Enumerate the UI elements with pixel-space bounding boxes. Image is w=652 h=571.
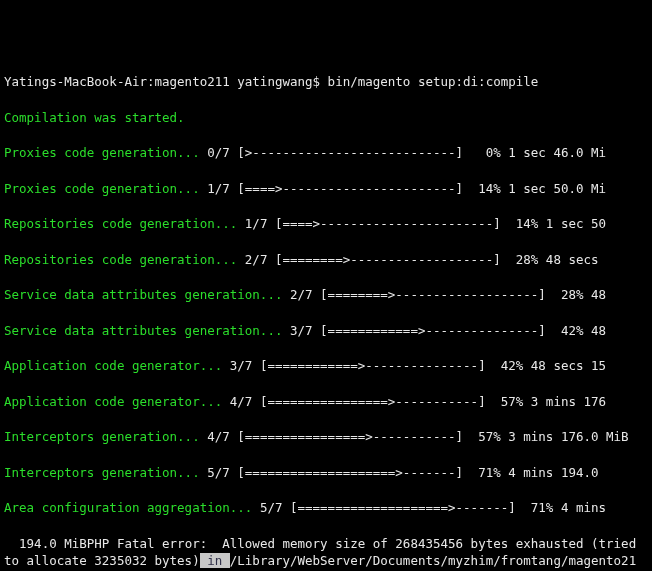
progress-text: 3/7 [============>---------------] 42% 4… xyxy=(290,323,606,338)
output-line: Service data attributes generation... 2/… xyxy=(4,286,648,304)
error-line: 194.0 MiBPHP Fatal error: Allowed memory… xyxy=(4,535,648,572)
output-line: Application code generator... 3/7 [=====… xyxy=(4,357,648,375)
prompt-line: Yatings-MacBook-Air:magento211 yatingwan… xyxy=(4,73,648,91)
progress-text: 5/7 [====================>-------] 71% 4… xyxy=(207,465,598,480)
progress-text: 3/7 [============>---------------] 42% 4… xyxy=(230,358,606,373)
output-line: Repositories code generation... 1/7 [===… xyxy=(4,215,648,233)
status-text: Application code generator... xyxy=(4,358,230,373)
status-text: Area configuration aggregation... xyxy=(4,500,260,515)
prompt-host: Yatings-MacBook-Air:magento211 yatingwan… xyxy=(4,74,328,89)
status-text: Compilation was started. xyxy=(4,110,185,125)
status-text: Service data attributes generation... xyxy=(4,323,290,338)
output-line: Compilation was started. xyxy=(4,109,648,127)
status-text: Repositories code generation... xyxy=(4,252,245,267)
status-text: Service data attributes generation... xyxy=(4,287,290,302)
status-text: Application code generator... xyxy=(4,394,230,409)
output-line: Application code generator... 4/7 [=====… xyxy=(4,393,648,411)
status-text: Repositories code generation... xyxy=(4,216,245,231)
output-line: Interceptors generation... 5/7 [========… xyxy=(4,464,648,482)
output-line: Area configuration aggregation... 5/7 [=… xyxy=(4,499,648,517)
output-line: Repositories code generation... 2/7 [===… xyxy=(4,251,648,269)
status-text: Proxies code generation... xyxy=(4,145,207,160)
progress-text: 4/7 [================>-----------] 57% 3… xyxy=(207,429,628,444)
selected-text[interactable]: in xyxy=(200,553,230,568)
progress-text: 5/7 [====================>-------] 71% 4… xyxy=(260,500,606,515)
output-line: Proxies code generation... 1/7 [====>---… xyxy=(4,180,648,198)
progress-text: 2/7 [========>-------------------] 28% 4… xyxy=(290,287,606,302)
status-text: Interceptors generation... xyxy=(4,429,207,444)
progress-text: 2/7 [========>-------------------] 28% 4… xyxy=(245,252,599,267)
output-line: Service data attributes generation... 3/… xyxy=(4,322,648,340)
status-text: Interceptors generation... xyxy=(4,465,207,480)
progress-text: 4/7 [================>-----------] 57% 3… xyxy=(230,394,606,409)
progress-text: 1/7 [====>-----------------------] 14% 1… xyxy=(245,216,606,231)
prompt-command[interactable]: bin/magento setup:di:compile xyxy=(328,74,539,89)
status-text: Proxies code generation... xyxy=(4,181,207,196)
output-line: Proxies code generation... 0/7 [>-------… xyxy=(4,144,648,162)
progress-text: 1/7 [====>-----------------------] 14% 1… xyxy=(207,181,606,196)
output-line: Interceptors generation... 4/7 [========… xyxy=(4,428,648,446)
progress-text: 0/7 [>---------------------------] 0% 1 … xyxy=(207,145,606,160)
